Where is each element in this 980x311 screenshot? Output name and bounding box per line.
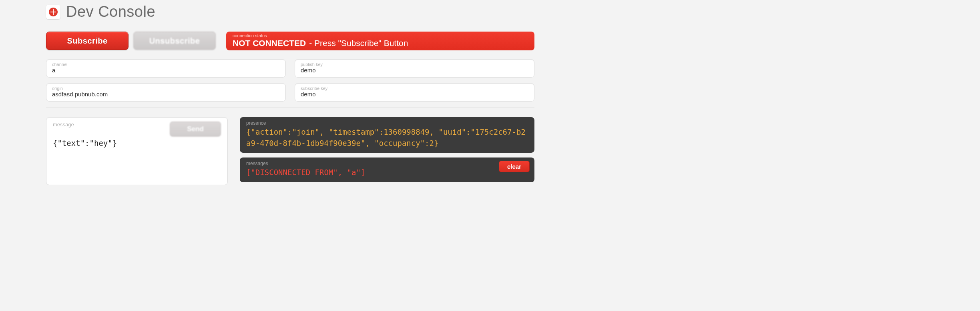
publish-key-input[interactable]: [301, 67, 528, 74]
status-text: NOT CONNECTED - Press "Subscribe" Button: [233, 38, 528, 48]
origin-field[interactable]: origin: [46, 83, 286, 102]
subscribe-key-label: subscribe key: [301, 86, 528, 91]
presence-content: {"action":"join", "timestamp":1360998849…: [246, 127, 528, 149]
plus-icon: [49, 8, 58, 16]
presence-panel: presence {"action":"join", "timestamp":1…: [240, 117, 534, 153]
subscribe-key-input[interactable]: [301, 91, 528, 98]
channel-input[interactable]: [52, 67, 280, 74]
publish-key-field[interactable]: publish key: [295, 59, 534, 78]
channel-label: channel: [52, 62, 280, 67]
message-input[interactable]: [53, 139, 221, 156]
bottom-row: message Send presence {"action":"join", …: [46, 117, 534, 185]
page-title: Dev Console: [66, 3, 155, 20]
status-label: connection status: [233, 33, 528, 38]
clear-button[interactable]: clear: [499, 161, 530, 172]
origin-label: origin: [52, 86, 280, 91]
top-controls: Subscribe Unsubscribe connection status …: [46, 32, 534, 50]
presence-label: presence: [246, 120, 528, 126]
channel-field[interactable]: channel: [46, 59, 286, 78]
message-panel: message Send: [46, 117, 228, 185]
publish-key-label: publish key: [301, 62, 528, 67]
status-sub: - Press "Subscribe" Button: [309, 38, 408, 48]
subscribe-key-field[interactable]: subscribe key: [295, 83, 534, 102]
subscribe-button[interactable]: Subscribe: [46, 32, 129, 50]
messages-content: ["DISCONNECTED FROM", "a"]: [246, 167, 528, 178]
origin-input[interactable]: [52, 91, 280, 98]
header: Dev Console: [46, 3, 534, 20]
unsubscribe-button[interactable]: Unsubscribe: [133, 32, 216, 50]
app-icon: [46, 5, 60, 19]
right-column: presence {"action":"join", "timestamp":1…: [240, 117, 534, 185]
connection-status: connection status NOT CONNECTED - Press …: [226, 32, 534, 50]
config-grid: channel publish key origin subscribe key: [46, 59, 534, 108]
send-button[interactable]: Send: [170, 122, 221, 137]
status-main: NOT CONNECTED: [233, 38, 306, 48]
messages-panel: messages clear ["DISCONNECTED FROM", "a"…: [240, 157, 534, 182]
messages-label: messages: [246, 161, 528, 166]
